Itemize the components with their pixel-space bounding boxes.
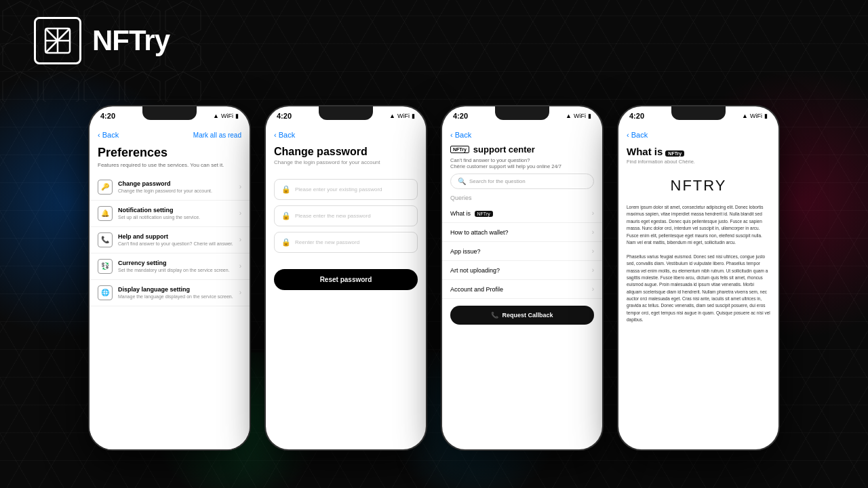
- pref-item-title-language: Display language setting: [118, 286, 234, 293]
- queries-label: Queries: [442, 195, 602, 204]
- signal-icon-3: ▲: [566, 113, 572, 119]
- pref-item-language[interactable]: 🌐 Display language setting Manage the la…: [90, 280, 250, 306]
- query-item-app[interactable]: App issue? ›: [442, 242, 602, 261]
- pref-item-help[interactable]: 📞 Help and support Can't find answer to …: [90, 227, 250, 253]
- query-art-text: Art not uploading?: [450, 267, 500, 274]
- status-bar-3: 4:20 ▲ WiFi ▮: [442, 106, 602, 125]
- whatis-nftry-badge: NFTry: [665, 150, 684, 157]
- phone-whatis: 4:20 ▲ WiFi ▮ ‹ Back What is NFTry Find …: [617, 105, 780, 451]
- pref-notification-icon: 🔔: [98, 206, 113, 221]
- pref-chevron-language: ›: [239, 289, 241, 296]
- chevron-left-icon-4: ‹: [627, 131, 629, 139]
- pref-item-content-currency: Currency setting Set the mandatory unit …: [118, 260, 234, 273]
- back-label-2: Back: [279, 131, 295, 139]
- logo-n: N: [671, 177, 683, 194]
- support-logo: NFTry: [450, 146, 469, 153]
- query-app-text: App issue?: [450, 248, 481, 255]
- pref-item-desc-help: Can't find answer to your question? Cher…: [118, 241, 234, 247]
- pref-subtitle: Features required to use the services. Y…: [98, 162, 241, 169]
- query-wallet-text: How to attach wallet?: [450, 229, 509, 236]
- confirm-password-field[interactable]: 🔒 Reenter the new password: [274, 232, 418, 253]
- nav-bar-4: ‹ Back: [618, 125, 778, 142]
- mark-all-read-btn[interactable]: Mark all as read: [193, 131, 241, 139]
- status-icons-4: ▲ WiFi ▮: [742, 113, 768, 119]
- support-desc-text: Chérie customer support will help you on…: [450, 163, 594, 169]
- battery-icon-3: ▮: [588, 113, 591, 119]
- status-bar-2: 4:20 ▲ WiFi ▮: [266, 106, 426, 125]
- new-password-field[interactable]: 🔒 Please enter the new password: [274, 205, 418, 226]
- wifi-icon-3: WiFi: [574, 113, 586, 119]
- nav-bar-3: ‹ Back: [442, 125, 602, 142]
- time-3: 4:20: [453, 112, 468, 120]
- notch-3: [495, 106, 549, 120]
- pref-chevron-help: ›: [239, 236, 241, 243]
- logo-f: F: [682, 177, 692, 194]
- pref-item-title-notification: Notification setting: [118, 207, 234, 214]
- reset-password-button[interactable]: Reset password: [274, 269, 418, 290]
- back-btn-2[interactable]: ‹ Back: [274, 131, 295, 139]
- brand-name: NFTry: [92, 24, 170, 57]
- query-chevron-account: ›: [592, 285, 594, 293]
- pref-language-icon: 🌐: [98, 285, 113, 300]
- pref-item-currency[interactable]: 💱 Currency setting Set the mandatory uni…: [90, 253, 250, 280]
- request-callback-button[interactable]: 📞 Request Callback: [450, 306, 594, 325]
- whatis-header: What is NFTry Find information about Ché…: [618, 142, 778, 170]
- pref-item-content-password: Change password Change the login passwor…: [118, 180, 234, 194]
- whatis-body-paragraph1: Lorem ipsum dolor sit amet, consectetur …: [627, 204, 770, 246]
- back-btn-3[interactable]: ‹ Back: [450, 131, 471, 139]
- logo-icon: [43, 26, 73, 56]
- pref-chevron-password: ›: [239, 183, 241, 190]
- wifi-icon: WiFi: [221, 113, 233, 119]
- query-chevron-app: ›: [592, 247, 594, 255]
- nav-bar-2: ‹ Back: [266, 125, 426, 142]
- pref-list: 🔑 Change password Change the login passw…: [90, 174, 250, 449]
- status-bar-1: 4:20 ▲ WiFi ▮: [90, 106, 250, 125]
- notch-1: [142, 106, 197, 120]
- whatis-body: Lorem ipsum dolor sit amet, consectetur …: [618, 201, 778, 327]
- support-center-title: support center: [473, 144, 535, 155]
- pwd-fields: 🔒 Please enter your existing password 🔒 …: [266, 174, 426, 258]
- back-btn-4[interactable]: ‹ Back: [627, 131, 648, 139]
- pref-chevron-notification: ›: [239, 209, 241, 217]
- pref-item-password[interactable]: 🔑 Change password Change the login passw…: [90, 174, 250, 201]
- phone2-content: ‹ Back Change password Change the login …: [266, 125, 426, 449]
- pwd-header: Change password Change the login passwor…: [266, 142, 426, 174]
- battery-icon-4: ▮: [764, 113, 768, 119]
- cant-find-text: Can't find answer to your question?: [450, 157, 594, 163]
- signal-icon-2: ▲: [389, 113, 395, 119]
- support-search[interactable]: 🔍 Search for the question: [450, 174, 594, 189]
- time-1: 4:20: [100, 112, 115, 120]
- query-item-wallet[interactable]: How to attach wallet? ›: [442, 223, 602, 242]
- lock-icon-2: 🔒: [281, 211, 291, 220]
- query-chevron-whatis: ›: [592, 209, 594, 217]
- wifi-icon-4: WiFi: [750, 113, 762, 119]
- pref-item-notification[interactable]: 🔔 Notification setting Set up all notifi…: [90, 201, 250, 227]
- phone-icon: 📞: [491, 312, 498, 319]
- query-chevron-art: ›: [592, 266, 594, 274]
- query-item-account[interactable]: Account and Profile ›: [442, 280, 602, 299]
- chevron-left-icon-2: ‹: [274, 131, 277, 139]
- pwd-subtitle: Change the login password for your accou…: [274, 159, 418, 165]
- new-password-placeholder: Please enter the new password: [295, 213, 371, 219]
- query-item-art[interactable]: Art not uploading? ›: [442, 261, 602, 280]
- header: NFTry: [0, 0, 868, 81]
- wifi-icon-2: WiFi: [397, 113, 410, 119]
- chevron-left-icon: ‹: [98, 131, 100, 139]
- back-label-4: Back: [631, 131, 648, 139]
- nftry-logo-text: NFTRY: [671, 177, 727, 195]
- whatis-title: What is NFTry: [627, 146, 770, 157]
- status-bar-4: 4:20 ▲ WiFi ▮: [618, 106, 778, 125]
- pref-help-icon: 📞: [98, 232, 113, 247]
- existing-password-field[interactable]: 🔒 Please enter your existing password: [274, 179, 418, 200]
- existing-password-placeholder: Please enter your existing password: [295, 186, 382, 192]
- query-account-text: Account and Profile: [450, 286, 503, 293]
- pref-item-content-language: Display language setting Manage the lang…: [118, 286, 234, 300]
- notch-4: [671, 106, 726, 120]
- signal-icon: ▲: [213, 113, 219, 119]
- back-btn-1[interactable]: ‹ Back: [98, 131, 119, 139]
- query-item-whatis[interactable]: What is NFTry ›: [442, 204, 602, 223]
- phone-password: 4:20 ▲ WiFi ▮ ‹ Back Change password Cha…: [264, 105, 427, 451]
- query-whatis-label: What is: [450, 210, 471, 217]
- query-chevron-wallet: ›: [592, 228, 594, 236]
- search-icon: 🔍: [458, 178, 466, 185]
